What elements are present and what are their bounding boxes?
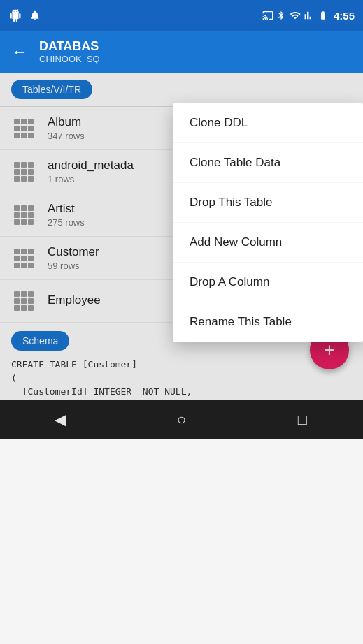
clock: 4:55 [334, 10, 355, 22]
status-bar: 4:55 [0, 0, 363, 31]
content-area: Tables/V/I/TR Album 347 rows [0, 73, 363, 439]
status-bar-right: 4:55 [262, 10, 355, 22]
app-bar: ← DATABAS CHINOOK_SQ [0, 31, 363, 73]
system-icons [262, 10, 329, 21]
context-menu-item-clone-table-data[interactable]: Clone Table Data [173, 143, 363, 183]
context-menu-item-add-column[interactable]: Add New Column [173, 223, 363, 263]
context-menu-item-drop-column[interactable]: Drop A Column [173, 263, 363, 302]
android-icon [8, 8, 22, 22]
notification-icon [28, 8, 42, 22]
context-menu-item-rename-table[interactable]: Rename This Table [173, 302, 363, 342]
context-menu-item-clone-ddl[interactable]: Clone DDL [173, 103, 363, 143]
app-title: DATABAS [39, 39, 100, 54]
status-bar-left [8, 8, 42, 22]
back-button[interactable]: ← [11, 42, 28, 61]
app-bar-title: DATABAS CHINOOK_SQ [39, 39, 100, 64]
context-menu: Clone DDL Clone Table Data Drop This Tab… [173, 103, 363, 342]
context-menu-item-drop-table[interactable]: Drop This Table [173, 183, 363, 223]
app-subtitle: CHINOOK_SQ [39, 54, 100, 64]
